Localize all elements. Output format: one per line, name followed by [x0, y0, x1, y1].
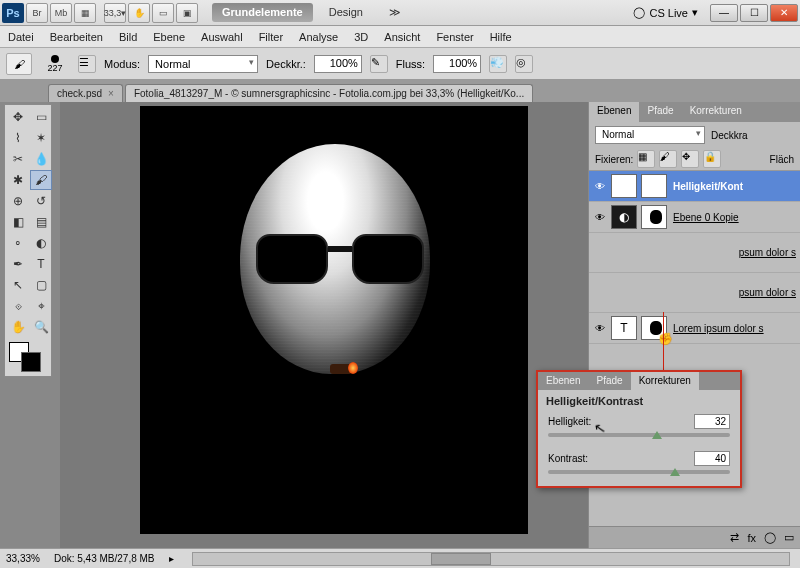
- visibility-icon[interactable]: 👁: [593, 181, 607, 192]
- opacity-pressure-icon[interactable]: ✎: [370, 55, 388, 73]
- layer-mask-thumb[interactable]: [641, 174, 667, 198]
- adj-tab-ebenen[interactable]: Ebenen: [538, 372, 588, 390]
- adj-tab-korrekturen[interactable]: Korrekturen: [631, 372, 699, 390]
- visibility-icon[interactable]: 👁: [593, 323, 607, 334]
- move-tool[interactable]: ✥: [7, 107, 29, 127]
- cslive-button[interactable]: CS Live: [649, 7, 688, 19]
- document-tab[interactable]: check.psd×: [48, 84, 123, 102]
- layer-blend-mode[interactable]: Normal: [595, 126, 705, 144]
- menu-analyse[interactable]: Analyse: [299, 31, 338, 43]
- type-layer-thumb[interactable]: T: [611, 316, 637, 340]
- adj-tab-pfade[interactable]: Pfade: [588, 372, 630, 390]
- menu-ansicht[interactable]: Ansicht: [384, 31, 420, 43]
- menu-hilfe[interactable]: Hilfe: [490, 31, 512, 43]
- layer-name[interactable]: Helligkeit/Kont: [671, 181, 796, 192]
- adjustment-thumb[interactable]: ☀: [611, 174, 637, 198]
- shape-tool[interactable]: ▢: [30, 275, 52, 295]
- workspace-grundelemente[interactable]: Grundelemente: [212, 3, 313, 22]
- pen-tool[interactable]: ✒: [7, 254, 29, 274]
- eyedropper-tool[interactable]: 💧: [30, 149, 52, 169]
- lock-pixels-icon[interactable]: 🖌: [659, 150, 677, 168]
- brightness-slider[interactable]: [548, 433, 730, 437]
- tab-ebenen[interactable]: Ebenen: [589, 102, 639, 122]
- blend-mode-select[interactable]: Normal: [148, 55, 258, 73]
- lock-position-icon[interactable]: ✥: [681, 150, 699, 168]
- type-tool[interactable]: T: [30, 254, 52, 274]
- info-dropdown-icon[interactable]: ▸: [169, 553, 174, 564]
- link-layers-icon[interactable]: ⇄: [730, 531, 739, 544]
- path-select-tool[interactable]: ↖: [7, 275, 29, 295]
- layer-row[interactable]: 👁 ☀ Helligkeit/Kont: [589, 171, 800, 202]
- hand-tool[interactable]: ✋: [7, 317, 29, 337]
- bridge-button[interactable]: Br: [26, 3, 48, 23]
- tool-preset-icon[interactable]: 🖌: [6, 53, 32, 75]
- 3d-tool[interactable]: ⟐: [7, 296, 29, 316]
- healing-tool[interactable]: ✱: [7, 170, 29, 190]
- layer-name[interactable]: Lorem ipsum dolor s: [671, 323, 796, 334]
- gradient-tool[interactable]: ▤: [30, 212, 52, 232]
- layer-row[interactable]: psum dolor s: [589, 273, 800, 313]
- contrast-input[interactable]: 40: [694, 451, 730, 466]
- lock-transparency-icon[interactable]: ▦: [637, 150, 655, 168]
- new-group-icon[interactable]: ▭: [784, 531, 794, 544]
- tab-korrekturen[interactable]: Korrekturen: [682, 102, 750, 122]
- layer-name[interactable]: psum dolor s: [593, 247, 796, 258]
- brush-panel-toggle[interactable]: ☰: [78, 55, 96, 73]
- blur-tool[interactable]: ∘: [7, 233, 29, 253]
- layer-row[interactable]: 👁 T Lorem ipsum dolor s: [589, 313, 800, 344]
- menu-bearbeiten[interactable]: Bearbeiten: [50, 31, 103, 43]
- cslive-dropdown-icon[interactable]: ▾: [692, 6, 698, 19]
- menu-bild[interactable]: Bild: [119, 31, 137, 43]
- opacity-input[interactable]: 100%: [314, 55, 362, 73]
- 3d-camera-tool[interactable]: ⌖: [30, 296, 52, 316]
- color-swatches[interactable]: [7, 342, 52, 374]
- canvas-viewport[interactable]: [60, 102, 588, 548]
- menu-auswahl[interactable]: Auswahl: [201, 31, 243, 43]
- zoom-tool[interactable]: 🔍: [30, 317, 52, 337]
- marquee-tool[interactable]: ▭: [30, 107, 52, 127]
- menu-3d[interactable]: 3D: [354, 31, 368, 43]
- layer-mask-thumb[interactable]: [641, 205, 667, 229]
- document-tab[interactable]: Fotolia_4813297_M - © sumnersgraphicsinc…: [125, 84, 533, 102]
- arrange-docs-button[interactable]: ▭: [152, 3, 174, 23]
- brush-tool[interactable]: 🖌: [30, 170, 52, 190]
- screen-mode-button[interactable]: ▣: [176, 3, 198, 23]
- close-tab-icon[interactable]: ×: [108, 88, 114, 99]
- contrast-slider[interactable]: [548, 470, 730, 474]
- background-color[interactable]: [21, 352, 41, 372]
- horizontal-scrollbar[interactable]: [192, 552, 790, 566]
- airbrush-icon[interactable]: 💨: [489, 55, 507, 73]
- layer-name[interactable]: Ebene 0 Kopie: [671, 212, 796, 223]
- minimize-button[interactable]: —: [710, 4, 738, 22]
- minibridge-button[interactable]: Mb: [50, 3, 72, 23]
- layer-name[interactable]: psum dolor s: [593, 287, 796, 298]
- menu-filter[interactable]: Filter: [259, 31, 283, 43]
- layer-fx-icon[interactable]: fx: [747, 532, 756, 544]
- layer-row[interactable]: psum dolor s: [589, 233, 800, 273]
- document-info[interactable]: Dok: 5,43 MB/27,8 MB: [54, 553, 155, 564]
- maximize-button[interactable]: ☐: [740, 4, 768, 22]
- tablet-pressure-icon[interactable]: ◎: [515, 55, 533, 73]
- tab-pfade[interactable]: Pfade: [639, 102, 681, 122]
- visibility-icon[interactable]: 👁: [593, 212, 607, 223]
- dodge-tool[interactable]: ◐: [30, 233, 52, 253]
- eraser-tool[interactable]: ◧: [7, 212, 29, 232]
- workspace-design[interactable]: Design: [319, 3, 373, 22]
- zoom-percentage[interactable]: 33,33%: [6, 553, 40, 564]
- stamp-tool[interactable]: ⊕: [7, 191, 29, 211]
- history-brush-tool[interactable]: ↺: [30, 191, 52, 211]
- layer-mask-icon[interactable]: ◯: [764, 531, 776, 544]
- flow-input[interactable]: 100%: [433, 55, 481, 73]
- lock-all-icon[interactable]: 🔒: [703, 150, 721, 168]
- zoom-level-button[interactable]: 33,3 ▾: [104, 3, 126, 23]
- brightness-input[interactable]: 32: [694, 414, 730, 429]
- crop-tool[interactable]: ✂: [7, 149, 29, 169]
- close-button[interactable]: ✕: [770, 4, 798, 22]
- hand-tool-button[interactable]: ✋: [128, 3, 150, 23]
- menu-fenster[interactable]: Fenster: [436, 31, 473, 43]
- brush-preview[interactable]: 227: [40, 55, 70, 73]
- quick-select-tool[interactable]: ✶: [30, 128, 52, 148]
- menu-ebene[interactable]: Ebene: [153, 31, 185, 43]
- lasso-tool[interactable]: ⌇: [7, 128, 29, 148]
- layer-thumb[interactable]: ◐: [611, 205, 637, 229]
